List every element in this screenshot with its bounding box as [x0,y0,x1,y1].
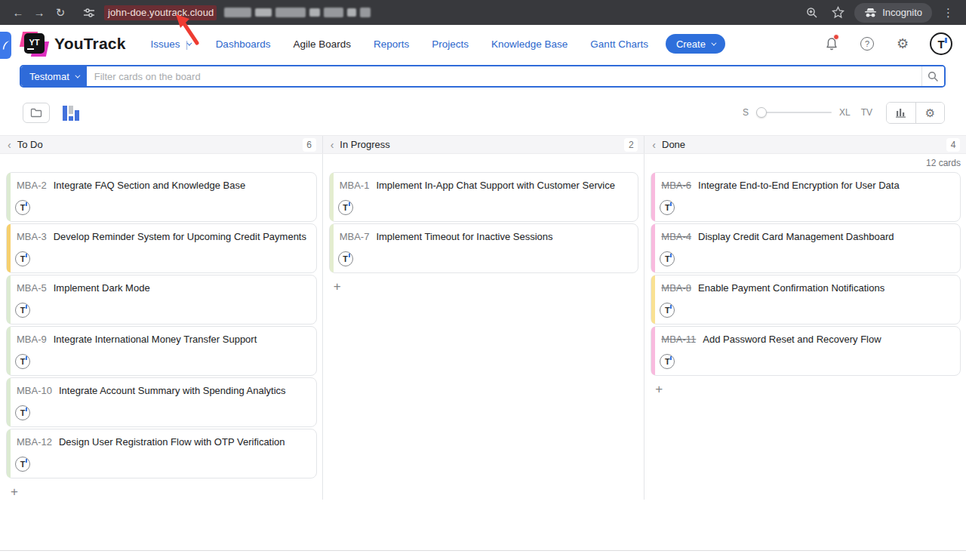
card-id[interactable]: MBA-2 [17,180,47,191]
card-title[interactable]: Implement Dark Mode [54,282,150,294]
add-card-button[interactable]: + [331,278,344,294]
card[interactable]: MBA-3Develop Reminder System for Upcomin… [6,223,317,273]
add-card-button[interactable]: + [8,484,21,500]
address-bar-redacted-path [224,8,371,17]
youtrack-logo[interactable]: YT [21,30,48,57]
zoom-icon[interactable] [803,4,821,22]
filter-input[interactable] [87,66,921,86]
card-id[interactable]: MBA-12 [17,436,52,448]
card-title[interactable]: Add Password Reset and Recovery Flow [703,334,881,345]
help-icon[interactable]: ? [859,35,875,52]
card-id[interactable]: MBA-4 [661,231,691,242]
bookmark-star-icon[interactable] [829,4,847,22]
nav-issues[interactable]: Issues [140,34,192,54]
assignee-avatar-testomat-icon[interactable]: T [660,354,675,369]
card-title[interactable]: Integrate Account Summary with Spending … [59,385,286,396]
assignee-avatar-testomat-icon[interactable]: T [338,251,353,266]
chevron-down-icon [186,40,192,45]
site-info-icon[interactable] [80,4,98,22]
card-priority-stripe [7,327,11,375]
card[interactable]: MBA-6Integrate End-to-End Encryption for… [651,172,961,222]
card-title[interactable]: Develop Reminder System for Upcoming Cre… [54,231,306,242]
assignee-avatar-testomat-icon[interactable]: T [15,200,30,215]
card-title[interactable]: Implement In-App Chat Support with Custo… [376,180,614,191]
nav-dashboards[interactable]: Dashboards [205,34,282,54]
assignee-avatar-testomat-icon[interactable]: T [15,354,30,369]
nav-knowledge-base[interactable]: Knowledge Base [480,34,579,54]
chevron-down-icon [711,40,716,45]
assignee-avatar-testomat-icon[interactable]: T [15,457,30,472]
card-id[interactable]: MBA-7 [340,231,370,242]
nav-gantt-charts[interactable]: Gantt Charts [579,34,660,54]
search-icon[interactable] [921,66,944,86]
chart-view-toggle-icon[interactable] [62,103,82,122]
card-title[interactable]: Implement Timeout for Inactive Sessions [376,231,552,242]
page-bottom-divider [0,550,966,551]
card-id[interactable]: MBA-11 [661,334,696,345]
card-title[interactable]: Display Credit Card Management Dashboard [698,231,894,242]
forward-icon[interactable]: → [30,4,48,22]
browser-menu-icon[interactable]: ⋮ [940,6,957,20]
card-title[interactable]: Integrate End-to-End Encryption for User… [698,180,900,191]
tv-mode-button[interactable]: TV [861,107,872,118]
assignee-avatar-testomat-icon[interactable]: T [660,303,675,318]
reload-icon[interactable]: ↻ [51,4,69,22]
card-title[interactable]: Integrate International Money Transfer S… [54,334,257,345]
card[interactable]: MBA-7Implement Timeout for Inactive Sess… [329,223,639,273]
create-button[interactable]: Create [666,34,725,54]
card-id[interactable]: MBA-8 [661,282,691,294]
card[interactable]: MBA-10Integrate Account Summary with Spe… [6,377,317,427]
address-bar-url[interactable]: john-doe.youtrack.cloud [104,5,217,20]
card[interactable]: MBA-4Display Credit Card Management Dash… [651,223,961,273]
card-id[interactable]: MBA-10 [17,385,52,396]
column-headers: ‹ To Do 6 ‹ In Progress 2 ‹ Done 4 [0,135,966,154]
card[interactable]: MBA-9Integrate International Money Trans… [6,326,317,376]
cards-total-label: 12 cards [926,158,961,168]
card-id[interactable]: MBA-3 [17,231,47,242]
card-id[interactable]: MBA-5 [17,282,47,294]
assignee-avatar-testomat-icon[interactable]: T [660,251,675,266]
card-size-large-label: XL [839,107,851,118]
extension-quill-icon[interactable] [0,32,11,59]
assignee-avatar-testomat-icon[interactable]: T [660,200,675,215]
project-selector-button[interactable]: Testomat [21,66,87,86]
nav-reports[interactable]: Reports [362,34,420,54]
card-id[interactable]: MBA-6 [661,180,691,191]
board-settings-gear-icon[interactable]: ⚙ [915,103,944,123]
collapse-column-icon[interactable]: ‹ [8,140,11,150]
collapse-column-icon[interactable]: ‹ [331,140,334,150]
assignee-avatar-testomat-icon[interactable]: T [15,251,30,266]
nav-projects[interactable]: Projects [420,34,480,54]
card-title[interactable]: Design User Registration Flow with OTP V… [59,436,285,448]
card[interactable]: MBA-2Integrate FAQ Section and Knowledge… [6,172,317,222]
assignee-avatar-testomat-icon[interactable]: T [15,303,30,318]
card-id[interactable]: MBA-9 [17,334,47,345]
collapse-column-icon[interactable]: ‹ [652,140,656,150]
backlog-folder-icon[interactable] [23,103,50,123]
profile-avatar[interactable]: T [930,32,952,55]
card-id[interactable]: MBA-1 [340,180,370,191]
slider-knob[interactable] [756,107,767,118]
nav-agile-boards[interactable]: Agile Boards [281,34,362,54]
screen: ← → ↻ john-doe.youtrack.cloud Incognito … [0,0,966,560]
card-title[interactable]: Enable Payment Confirmation Notification… [698,282,884,294]
nav-issues-dropdown[interactable]: | [192,34,205,54]
card[interactable]: MBA-1Implement In-App Chat Support with … [329,172,639,222]
slider-track [756,112,832,113]
card-priority-stripe [330,173,334,221]
assignee-avatar-testomat-icon[interactable]: T [15,405,30,420]
card-title[interactable]: Integrate FAQ Section and Knowledge Base [54,180,245,191]
browser-toolbar: ← → ↻ john-doe.youtrack.cloud Incognito … [0,0,966,25]
card[interactable]: MBA-12Design User Registration Flow with… [6,429,317,478]
assignee-avatar-testomat-icon[interactable]: T [338,200,353,215]
add-card-button[interactable]: + [652,381,666,397]
notifications-bell-icon[interactable] [823,35,840,52]
column-todo: MBA-2Integrate FAQ Section and Knowledge… [0,154,322,500]
chart-icon[interactable] [887,103,915,123]
card[interactable]: MBA-5Implement Dark Mode T [6,275,317,325]
card-size-slider[interactable] [756,107,832,118]
back-icon[interactable]: ← [9,4,27,22]
card[interactable]: MBA-8Enable Payment Confirmation Notific… [651,275,961,325]
card[interactable]: MBA-11Add Password Reset and Recovery Fl… [651,326,961,376]
settings-gear-icon[interactable]: ⚙ [894,35,911,52]
